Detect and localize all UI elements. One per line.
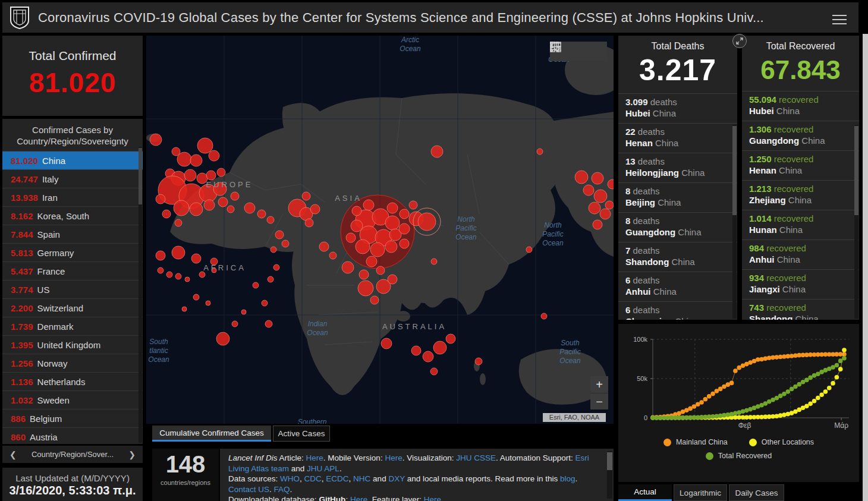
case-bubble[interactable] [197,173,207,184]
country-row-belgium[interactable]: 886Belgium [2,409,143,427]
case-bubble[interactable] [213,182,227,196]
case-bubble[interactable] [156,251,165,260]
case-bubble[interactable] [262,300,268,306]
case-bubble[interactable] [411,346,421,355]
case-bubble[interactable] [162,210,171,218]
data-point-mainland-china[interactable] [699,400,704,405]
data-point-other-locations[interactable] [819,393,824,398]
data-point-mainland-china[interactable] [733,368,738,373]
link-jhu-csse[interactable]: JHU CSSE [456,453,496,462]
link-nhc[interactable]: NHC [353,474,370,483]
pager-next-icon[interactable]: ❯ [128,450,136,459]
link-cdc[interactable]: CDC [304,474,322,483]
data-point-other-locations[interactable] [808,402,813,407]
map-canvas[interactable] [146,36,614,424]
case-bubble[interactable] [231,192,239,200]
case-bubble[interactable] [158,267,163,273]
case-bubble[interactable] [342,261,354,273]
case-bubble[interactable] [217,168,225,177]
case-bubble[interactable] [346,233,356,242]
data-point-total-recovered[interactable] [729,412,734,417]
case-bubble[interactable] [197,138,213,153]
link-here[interactable]: Here [385,453,402,462]
case-bubble[interactable] [592,172,603,184]
country-row-switzerland[interactable]: 2.200Switzerland [2,298,143,317]
case-bubble[interactable] [190,155,202,166]
case-bubble[interactable] [370,242,385,257]
data-point-other-locations[interactable] [827,386,832,390]
case-bubble[interactable] [366,256,377,267]
case-bubble[interactable] [209,150,219,161]
case-bubble[interactable] [431,146,443,157]
country-row-iran[interactable]: 13.938Iran [2,188,143,206]
timeline-chart[interactable]: 050k100kΦεβΜάρ [620,329,858,440]
deaths-row-anhui[interactable]: 6 deathsAnhui China [618,272,737,301]
hamburger-menu-icon[interactable] [832,12,847,27]
data-point-other-locations[interactable] [816,396,820,401]
data-point-other-locations[interactable] [775,414,779,418]
case-bubble[interactable] [156,194,165,204]
case-bubble[interactable] [271,247,276,253]
case-bubble[interactable] [310,204,320,214]
link-contact-us[interactable]: Contact US [228,485,269,494]
recovered-row-shandong[interactable]: 743 recoveredShandong China [742,299,859,320]
legend-item-mainland-china[interactable]: Mainland China [663,438,728,446]
tab-daily-cases[interactable]: Daily Cases [729,484,784,501]
recovered-row-zhejiang[interactable]: 1.213 recoveredZhejiang China [742,180,859,210]
case-bubble[interactable] [537,149,543,155]
case-bubble[interactable] [423,351,433,362]
case-bubble[interactable] [370,296,379,304]
deaths-row-shandong[interactable]: 7 deathsShandong China [618,242,737,272]
data-point-total-recovered[interactable] [785,389,790,394]
case-bubble[interactable] [212,268,216,273]
data-point-other-locations[interactable] [831,381,835,386]
basemap-grid-icon[interactable] [550,42,561,52]
case-bubble[interactable] [282,240,289,247]
data-point-mainland-china[interactable] [729,381,734,386]
case-bubble[interactable] [319,242,329,251]
case-bubble[interactable] [593,220,602,229]
case-bubble[interactable] [541,313,547,319]
case-bubble[interactable] [363,200,374,210]
zoom-in-button[interactable]: + [590,376,608,393]
case-bubble[interactable] [267,216,274,223]
case-bubble[interactable] [359,270,369,279]
case-bubble[interactable] [418,213,436,231]
case-bubble[interactable] [446,334,455,344]
case-bubble[interactable] [193,294,199,300]
link-who[interactable]: WHO [280,474,300,483]
data-point-total-recovered[interactable] [782,392,787,396]
case-bubble[interactable] [575,171,588,184]
recovered-row-hunan[interactable]: 1.014 recoveredHunan China [742,210,859,240]
case-bubble[interactable] [241,310,246,314]
case-bubble[interactable] [351,220,363,232]
tab-active-cases[interactable]: Active Cases [273,426,330,442]
case-bubble[interactable] [381,338,392,349]
case-bubble[interactable] [244,203,255,213]
tab-cumulative-confirmed-cases[interactable]: Cumulative Confirmed Cases [152,426,271,442]
data-point-other-locations[interactable] [835,375,839,380]
data-point-other-locations[interactable] [812,399,817,404]
case-bubble[interactable] [210,258,218,265]
link-jhu-apl[interactable]: JHU APL [307,464,339,473]
case-bubble[interactable] [358,281,373,296]
case-bubble[interactable] [356,240,370,254]
country-row-france[interactable]: 5.437France [2,261,143,280]
world-map[interactable]: Arctic OceanArctic OceanNorth Pacific Oc… [146,36,614,424]
case-bubble[interactable] [605,201,614,209]
link-here[interactable]: Here [424,495,441,501]
deaths-row-hubei[interactable]: 3.099 deathsHubei China [618,93,737,123]
data-point-mainland-china[interactable] [707,394,712,399]
case-bubble[interactable] [273,264,279,270]
case-bubble[interactable] [387,203,398,213]
legend-item-total-recovered[interactable]: Total Recovered [706,452,772,460]
data-point-mainland-china[interactable] [718,387,723,392]
country-row-spain[interactable]: 7.844Spain [2,225,143,243]
data-point-other-locations[interactable] [782,412,787,417]
case-bubble[interactable] [268,276,273,282]
case-bubble[interactable] [185,277,190,282]
case-bubble[interactable] [191,254,201,263]
data-point-mainland-china[interactable] [763,357,768,361]
case-bubble[interactable] [305,219,313,227]
case-bubble[interactable] [199,272,205,278]
